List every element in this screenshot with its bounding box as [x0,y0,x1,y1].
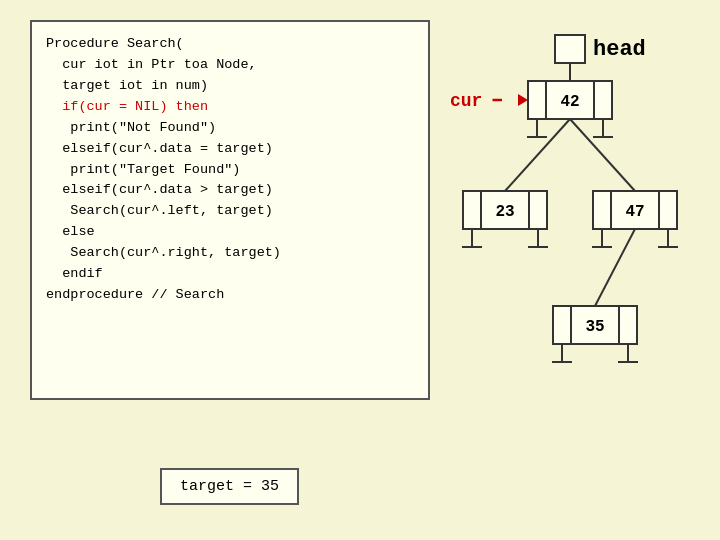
svg-rect-29 [619,306,637,344]
svg-rect-3 [528,81,546,119]
svg-marker-40 [518,94,528,106]
tree-area: 42234735headcur [435,15,705,505]
code-line: Search(cur^.left, target) [46,201,414,222]
code-line: print("Not Found") [46,118,414,139]
code-line: else [46,222,414,243]
code-line: elseif(cur^.data > target) [46,180,414,201]
svg-text:47: 47 [625,203,644,221]
svg-rect-35 [555,35,585,63]
svg-text:42: 42 [560,93,579,111]
code-line: endif [46,264,414,285]
code-line: cur iot in Ptr toa Node, [46,55,414,76]
tree-svg: 42234735headcur [435,15,705,505]
svg-rect-21 [659,191,677,229]
target-box: target = 35 [160,468,299,505]
code-line: endprocedure // Search [46,285,414,306]
target-label: target = 35 [180,478,279,495]
code-line: print("Target Found") [46,160,414,181]
svg-rect-5 [594,81,612,119]
svg-rect-27 [553,306,571,344]
svg-rect-11 [463,191,481,229]
code-line: elseif(cur^.data = target) [46,139,414,160]
svg-rect-19 [593,191,611,229]
svg-text:35: 35 [585,318,604,336]
svg-text:cur: cur [450,91,482,111]
svg-text:head: head [593,37,646,62]
code-line: target iot in num) [46,76,414,97]
code-panel: Procedure Search( cur iot in Ptr toa Nod… [30,20,430,400]
code-line: Search(cur^.right, target) [46,243,414,264]
code-line: if(cur = NIL) then [46,97,414,118]
code-line: Procedure Search( [46,34,414,55]
svg-rect-13 [529,191,547,229]
svg-text:23: 23 [495,203,514,221]
